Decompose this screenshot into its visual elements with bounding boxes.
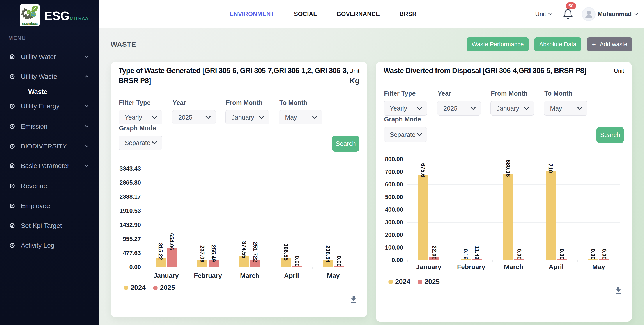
year-select[interactable]: 2025	[172, 110, 216, 124]
nav-tab-environment[interactable]: ENVIRONMENT	[230, 11, 274, 18]
download-chart-icon[interactable]	[350, 296, 357, 304]
bar-value-label: 654.06	[168, 233, 175, 250]
brand-mitraa-text: MITRAA	[70, 16, 88, 21]
graph-mode-select[interactable]: Separate	[118, 136, 162, 150]
legend-item-2025[interactable]: 2025	[418, 278, 440, 286]
y-axis-tick-label: 600.00	[376, 181, 403, 188]
y-axis-tick-label: 500.00	[376, 194, 403, 200]
button-label: Absolute Data	[539, 41, 576, 48]
sidebar-item-set-kpi-target[interactable]: Set Kpi Target	[0, 216, 98, 235]
esg-hands-icon	[9, 163, 15, 169]
unit-block: Unit	[614, 68, 624, 74]
from-month-select[interactable]: January	[490, 101, 534, 116]
download-icon	[615, 287, 622, 295]
legend-label: 2025	[160, 284, 175, 292]
filter-type-label: Filter Type	[384, 90, 416, 97]
graph-mode-label: Graph Mode	[119, 125, 156, 132]
chevron-down-icon	[84, 54, 89, 60]
top-navbar: ENVIRONMENTSOCIALGOVERNANCEBRSR Unit 50 …	[98, 0, 644, 28]
graph-mode-select[interactable]: Separate	[384, 127, 427, 142]
esg-hands-icon	[9, 203, 15, 209]
sidebar-item-basic-parameter[interactable]: Basic Parameter	[0, 156, 98, 176]
sidebar-item-label: BIODIVERSITY	[21, 143, 67, 150]
legend-item-2025[interactable]: 2025	[153, 284, 175, 292]
to-month-select[interactable]: May	[544, 101, 588, 116]
absolute-data-button[interactable]: Absolute Data	[534, 38, 582, 51]
bar-2024-april	[546, 171, 556, 260]
unit-label: Unit	[614, 68, 624, 74]
user-menu[interactable]: Mohammad	[598, 0, 638, 28]
graph-mode-select-wrap: Separate	[118, 136, 162, 150]
sidebar-item-employee[interactable]: Employee	[0, 196, 98, 216]
y-axis-tick-label: 3343.43	[114, 165, 141, 172]
year-label: Year	[438, 90, 451, 97]
from-month-select-wrap: January	[226, 110, 269, 124]
download-icon	[350, 296, 357, 304]
card-type-of-waste-generated: Type of Waste Generated [GRI 305-6, GRI …	[110, 62, 367, 317]
to-month-select[interactable]: May	[279, 110, 322, 124]
x-axis-tick	[187, 267, 187, 269]
nav-tab-social[interactable]: SOCIAL	[294, 11, 317, 18]
sidebar-item-utility-energy[interactable]: Utility Energy	[0, 96, 98, 116]
sidebar-subitem-waste[interactable]: Waste	[0, 86, 98, 98]
y-axis-tick-label: 2865.80	[114, 179, 141, 186]
sidebar-item-biodiversity[interactable]: BIODIVERSITY	[0, 136, 98, 156]
legend-label: 2024	[395, 278, 410, 286]
add-waste-button[interactable]: +Add waste	[587, 38, 632, 51]
x-axis-category-label: April	[284, 272, 299, 279]
esg-hands-icon	[9, 163, 15, 169]
sidebar-item-utility-waste[interactable]: Utility Waste	[0, 67, 98, 86]
x-axis-tick	[492, 260, 493, 262]
download-chart-icon[interactable]	[615, 287, 622, 296]
y-axis-tick-label: 100.00	[376, 244, 403, 251]
x-axis-tick	[312, 267, 312, 269]
legend-label: 2024	[130, 284, 146, 292]
from-month-select[interactable]: January	[226, 110, 269, 124]
globe-icon	[31, 12, 36, 17]
year-select-wrap: 2025	[437, 101, 481, 116]
x-axis-category-label: February	[194, 272, 222, 279]
x-axis-category-label: January	[416, 263, 441, 271]
esg-hands-icon	[9, 183, 15, 189]
esg-hands-icon	[9, 74, 15, 80]
sidebar-item-label: Utility Waste	[21, 73, 57, 80]
plus-icon: +	[592, 41, 596, 48]
search-button[interactable]: Search	[596, 127, 624, 143]
nav-tab-brsr[interactable]: BRSR	[400, 11, 417, 18]
year-select[interactable]: 2025	[437, 101, 481, 116]
waste-performance-button[interactable]: Waste Performance	[466, 38, 529, 51]
notification-bell[interactable]	[563, 9, 573, 20]
page-actions: Waste PerformanceAbsolute Data+Add waste	[466, 38, 632, 51]
graph-mode-label: Graph Mode	[384, 116, 421, 123]
search-button[interactable]: Search	[332, 136, 360, 152]
button-label: Waste Performance	[472, 41, 524, 48]
brand[interactable]: ESGMitraa ESGMITRAA	[0, 0, 98, 28]
avatar[interactable]	[582, 7, 596, 21]
esg-hands-icon	[9, 223, 15, 229]
esg-hands-icon	[9, 203, 15, 209]
filter-type-select[interactable]: Yearly	[118, 110, 162, 124]
legend-dot	[418, 280, 422, 284]
filter-type-select[interactable]: Yearly	[384, 101, 427, 116]
sidebar-item-activity-log[interactable]: Activity Log	[0, 235, 98, 255]
x-axis-tick	[354, 267, 354, 269]
menu-section-label: MENU	[8, 35, 26, 42]
chevron-down-icon	[548, 13, 553, 15]
legend-item-2024[interactable]: 2024	[388, 278, 410, 286]
sidebar-item-revenue[interactable]: Revenue	[0, 176, 98, 196]
y-axis-tick-label: 0.00	[114, 264, 141, 271]
nav-tab-governance[interactable]: GOVERNANCE	[336, 11, 380, 18]
legend-item-2024[interactable]: 2024	[124, 284, 146, 292]
esgmitraa-logo-graphic: ESGMitraa	[20, 5, 39, 26]
chart-legend: 20242025	[388, 278, 440, 286]
bar-value-label: 374.55	[241, 241, 247, 258]
esg-hands-icon	[9, 54, 15, 60]
y-axis-tick-label: 400.00	[376, 206, 403, 213]
sidebar-item-emission[interactable]: Emission	[0, 116, 98, 136]
to-month-select-wrap: May	[544, 101, 588, 116]
unit-dropdown[interactable]: Unit	[535, 0, 553, 28]
x-axis-tick	[535, 260, 535, 262]
esg-hands-icon	[9, 143, 15, 149]
chevron-down-icon	[84, 124, 89, 129]
sidebar-item-utility-water[interactable]: Utility Water	[0, 47, 98, 67]
